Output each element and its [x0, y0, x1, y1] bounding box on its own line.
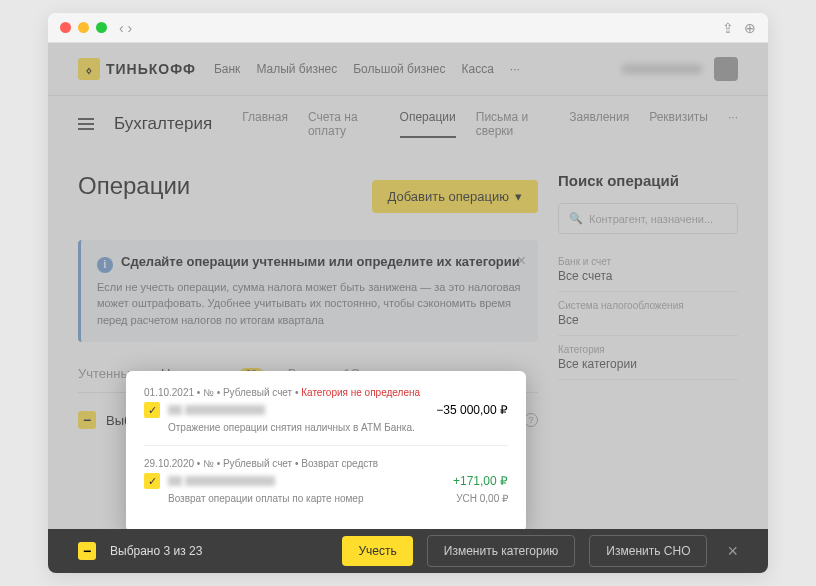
min-dot[interactable]	[78, 22, 89, 33]
operation-row[interactable]: 29.10.2020 • № • Рублевый счет • Возврат…	[144, 458, 508, 516]
max-dot[interactable]	[96, 22, 107, 33]
change-sno-button[interactable]: Изменить СНО	[589, 535, 707, 567]
titlebar: ‹ › ⇪ ⊕	[48, 13, 768, 43]
close-bar-icon[interactable]: ×	[727, 541, 738, 562]
category-warning: Категория не определена	[301, 387, 420, 398]
op-amount: −35 000,00 ₽	[436, 403, 508, 417]
checkbox-icon[interactable]: ✓	[144, 473, 160, 489]
bar-selected: Выбрано 3 из 23	[110, 544, 202, 558]
op-amount: +171,00 ₽	[453, 474, 508, 488]
operation-row[interactable]: 01.10.2021 • № • Рублевый счет • Категор…	[144, 387, 508, 446]
add-tab-icon[interactable]: ⊕	[744, 20, 756, 36]
op-subamount: УСН 0,00 ₽	[456, 493, 508, 504]
checkbox-icon[interactable]: ✓	[144, 402, 160, 418]
nav-arrows[interactable]: ‹ ›	[119, 20, 132, 36]
account-button[interactable]: Учесть	[342, 536, 412, 566]
close-dot[interactable]	[60, 22, 71, 33]
deselect-icon[interactable]: −	[78, 542, 96, 560]
action-bar: − Выбрано 3 из 23 Учесть Изменить катего…	[48, 529, 768, 573]
change-category-button[interactable]: Изменить категорию	[427, 535, 576, 567]
operations-popup: 01.10.2021 • № • Рублевый счет • Категор…	[126, 371, 526, 532]
share-icon[interactable]: ⇪	[722, 20, 734, 36]
